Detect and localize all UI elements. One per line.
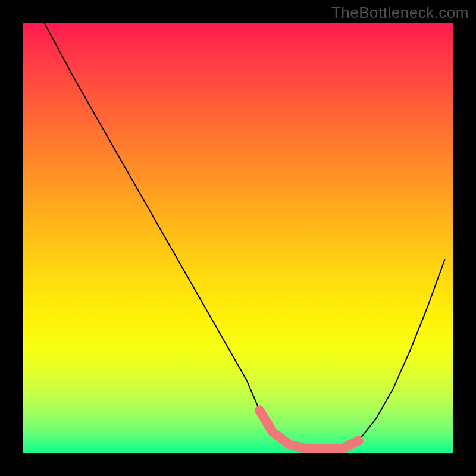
highlight-band	[259, 411, 359, 449]
curve-line	[44, 23, 444, 449]
watermark-text: TheBottleneck.com	[331, 4, 469, 22]
chart-svg	[23, 23, 453, 453]
gradient-plot-area	[23, 23, 453, 453]
chart-frame: TheBottleneck.com	[0, 0, 476, 476]
